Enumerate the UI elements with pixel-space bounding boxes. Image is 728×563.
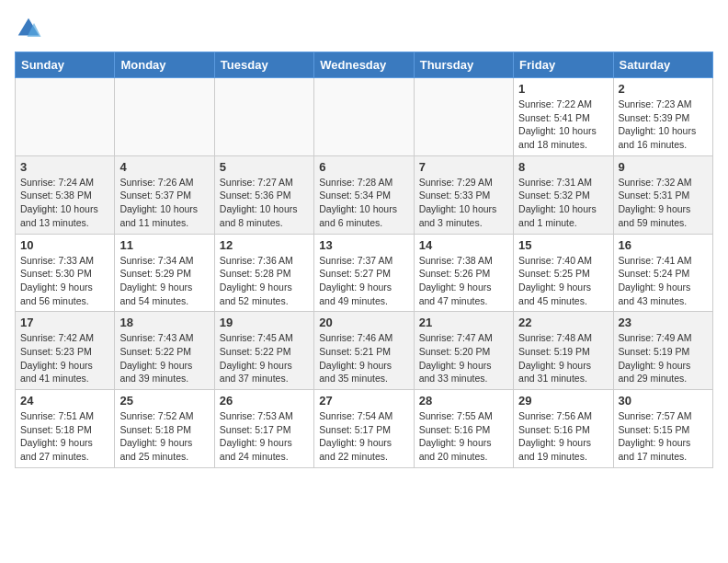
day-info: Sunrise: 7:31 AM Sunset: 5:32 PM Dayligh… (518, 176, 608, 230)
day-cell: 26Sunrise: 7:53 AM Sunset: 5:17 PM Dayli… (214, 390, 313, 468)
day-info: Sunrise: 7:47 AM Sunset: 5:20 PM Dayligh… (419, 331, 508, 385)
logo (15, 15, 46, 42)
day-number: 16 (619, 238, 708, 252)
day-cell (115, 78, 214, 156)
day-info: Sunrise: 7:48 AM Sunset: 5:19 PM Dayligh… (518, 331, 608, 385)
col-header-monday: Monday (115, 52, 214, 78)
day-cell: 2Sunrise: 7:23 AM Sunset: 5:39 PM Daylig… (613, 78, 712, 156)
day-info: Sunrise: 7:51 AM Sunset: 5:18 PM Dayligh… (20, 409, 109, 464)
day-info: Sunrise: 7:42 AM Sunset: 5:23 PM Dayligh… (20, 331, 109, 385)
day-cell: 19Sunrise: 7:45 AM Sunset: 5:22 PM Dayli… (214, 312, 313, 390)
calendar-table: SundayMondayTuesdayWednesdayThursdayFrid… (15, 52, 713, 468)
day-number: 9 (619, 160, 708, 174)
day-cell: 17Sunrise: 7:42 AM Sunset: 5:23 PM Dayli… (16, 312, 115, 390)
day-cell: 10Sunrise: 7:33 AM Sunset: 5:30 PM Dayli… (16, 234, 115, 312)
day-number: 23 (619, 316, 708, 329)
day-info: Sunrise: 7:57 AM Sunset: 5:15 PM Dayligh… (619, 409, 708, 464)
week-row-2: 3Sunrise: 7:24 AM Sunset: 5:38 PM Daylig… (16, 155, 713, 234)
day-info: Sunrise: 7:34 AM Sunset: 5:29 PM Dayligh… (119, 254, 209, 308)
day-info: Sunrise: 7:41 AM Sunset: 5:24 PM Dayligh… (619, 254, 708, 308)
day-number: 26 (220, 394, 309, 408)
logo-icon (15, 15, 42, 42)
day-info: Sunrise: 7:52 AM Sunset: 5:18 PM Dayligh… (119, 409, 209, 464)
day-info: Sunrise: 7:37 AM Sunset: 5:27 PM Dayligh… (319, 254, 408, 308)
day-info: Sunrise: 7:22 AM Sunset: 5:41 PM Dayligh… (518, 98, 608, 152)
day-cell: 20Sunrise: 7:46 AM Sunset: 5:21 PM Dayli… (314, 312, 414, 390)
day-number: 10 (20, 238, 109, 252)
col-header-wednesday: Wednesday (314, 52, 414, 78)
day-number: 30 (619, 394, 708, 408)
header-row: SundayMondayTuesdayWednesdayThursdayFrid… (16, 52, 713, 78)
day-number: 12 (220, 238, 309, 252)
col-header-thursday: Thursday (414, 52, 513, 78)
day-cell: 21Sunrise: 7:47 AM Sunset: 5:20 PM Dayli… (414, 312, 513, 390)
day-cell: 8Sunrise: 7:31 AM Sunset: 5:32 PM Daylig… (514, 155, 613, 234)
day-info: Sunrise: 7:36 AM Sunset: 5:28 PM Dayligh… (220, 254, 309, 308)
day-info: Sunrise: 7:53 AM Sunset: 5:17 PM Dayligh… (220, 409, 309, 464)
day-info: Sunrise: 7:32 AM Sunset: 5:31 PM Dayligh… (619, 176, 708, 230)
day-info: Sunrise: 7:45 AM Sunset: 5:22 PM Dayligh… (220, 331, 309, 385)
day-cell: 1Sunrise: 7:22 AM Sunset: 5:41 PM Daylig… (514, 78, 613, 156)
day-number: 8 (518, 160, 608, 174)
day-number: 27 (319, 394, 408, 408)
day-cell: 3Sunrise: 7:24 AM Sunset: 5:38 PM Daylig… (16, 155, 115, 234)
day-number: 22 (518, 316, 608, 329)
week-row-4: 17Sunrise: 7:42 AM Sunset: 5:23 PM Dayli… (16, 312, 713, 390)
day-cell (414, 78, 513, 156)
day-cell (314, 78, 414, 156)
day-cell: 6Sunrise: 7:28 AM Sunset: 5:34 PM Daylig… (314, 155, 414, 234)
day-cell: 18Sunrise: 7:43 AM Sunset: 5:22 PM Dayli… (115, 312, 214, 390)
day-cell: 14Sunrise: 7:38 AM Sunset: 5:26 PM Dayli… (414, 234, 513, 312)
day-number: 24 (20, 394, 109, 408)
day-cell: 24Sunrise: 7:51 AM Sunset: 5:18 PM Dayli… (16, 390, 115, 468)
day-cell: 11Sunrise: 7:34 AM Sunset: 5:29 PM Dayli… (115, 234, 214, 312)
day-number: 25 (119, 394, 209, 408)
week-row-1: 1Sunrise: 7:22 AM Sunset: 5:41 PM Daylig… (16, 78, 713, 156)
day-info: Sunrise: 7:54 AM Sunset: 5:17 PM Dayligh… (319, 409, 408, 464)
day-cell: 15Sunrise: 7:40 AM Sunset: 5:25 PM Dayli… (514, 234, 613, 312)
day-info: Sunrise: 7:23 AM Sunset: 5:39 PM Dayligh… (619, 98, 708, 152)
day-number: 28 (419, 394, 508, 408)
day-cell (16, 78, 115, 156)
col-header-tuesday: Tuesday (214, 52, 313, 78)
day-cell: 12Sunrise: 7:36 AM Sunset: 5:28 PM Dayli… (214, 234, 313, 312)
day-cell: 27Sunrise: 7:54 AM Sunset: 5:17 PM Dayli… (314, 390, 414, 468)
day-cell: 13Sunrise: 7:37 AM Sunset: 5:27 PM Dayli… (314, 234, 414, 312)
day-number: 15 (518, 238, 608, 252)
day-info: Sunrise: 7:56 AM Sunset: 5:16 PM Dayligh… (518, 409, 608, 464)
week-row-3: 10Sunrise: 7:33 AM Sunset: 5:30 PM Dayli… (16, 234, 713, 312)
week-row-5: 24Sunrise: 7:51 AM Sunset: 5:18 PM Dayli… (16, 390, 713, 468)
col-header-friday: Friday (514, 52, 613, 78)
day-cell (214, 78, 313, 156)
col-header-sunday: Sunday (16, 52, 115, 78)
day-cell: 9Sunrise: 7:32 AM Sunset: 5:31 PM Daylig… (613, 155, 712, 234)
day-info: Sunrise: 7:49 AM Sunset: 5:19 PM Dayligh… (619, 331, 708, 385)
day-number: 1 (518, 82, 608, 96)
day-number: 6 (319, 160, 408, 174)
day-cell: 30Sunrise: 7:57 AM Sunset: 5:15 PM Dayli… (613, 390, 712, 468)
day-number: 11 (119, 238, 209, 252)
day-info: Sunrise: 7:28 AM Sunset: 5:34 PM Dayligh… (319, 176, 408, 230)
day-cell: 23Sunrise: 7:49 AM Sunset: 5:19 PM Dayli… (613, 312, 712, 390)
day-info: Sunrise: 7:26 AM Sunset: 5:37 PM Dayligh… (119, 176, 209, 230)
day-info: Sunrise: 7:38 AM Sunset: 5:26 PM Dayligh… (419, 254, 508, 308)
day-number: 19 (220, 316, 309, 329)
day-number: 18 (119, 316, 209, 329)
day-cell: 28Sunrise: 7:55 AM Sunset: 5:16 PM Dayli… (414, 390, 513, 468)
day-number: 5 (220, 160, 309, 174)
day-info: Sunrise: 7:33 AM Sunset: 5:30 PM Dayligh… (20, 254, 109, 308)
day-number: 13 (319, 238, 408, 252)
day-cell: 4Sunrise: 7:26 AM Sunset: 5:37 PM Daylig… (115, 155, 214, 234)
day-number: 4 (119, 160, 209, 174)
day-info: Sunrise: 7:40 AM Sunset: 5:25 PM Dayligh… (518, 254, 608, 308)
day-info: Sunrise: 7:46 AM Sunset: 5:21 PM Dayligh… (319, 331, 408, 385)
day-cell: 5Sunrise: 7:27 AM Sunset: 5:36 PM Daylig… (214, 155, 313, 234)
day-info: Sunrise: 7:24 AM Sunset: 5:38 PM Dayligh… (20, 176, 109, 230)
day-cell: 22Sunrise: 7:48 AM Sunset: 5:19 PM Dayli… (514, 312, 613, 390)
day-info: Sunrise: 7:27 AM Sunset: 5:36 PM Dayligh… (220, 176, 309, 230)
day-cell: 29Sunrise: 7:56 AM Sunset: 5:16 PM Dayli… (514, 390, 613, 468)
day-number: 3 (20, 160, 109, 174)
day-info: Sunrise: 7:55 AM Sunset: 5:16 PM Dayligh… (419, 409, 508, 464)
day-number: 17 (20, 316, 109, 329)
day-cell: 7Sunrise: 7:29 AM Sunset: 5:33 PM Daylig… (414, 155, 513, 234)
